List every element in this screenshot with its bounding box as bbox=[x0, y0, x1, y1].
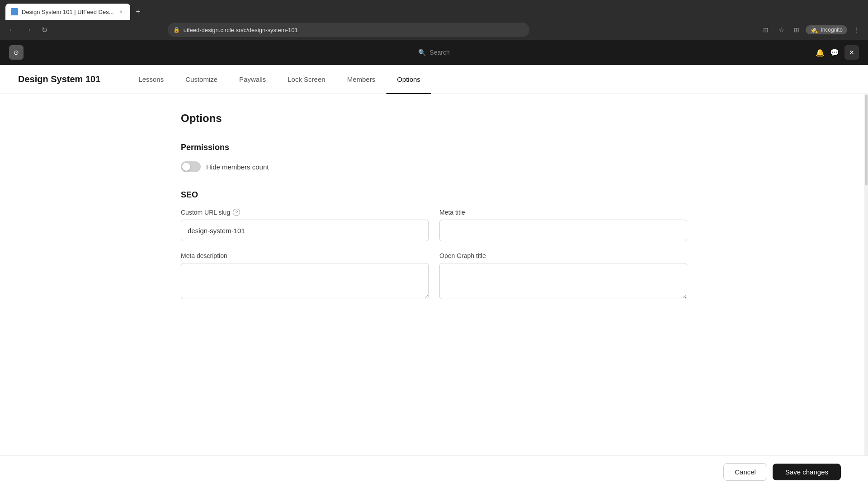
app-header-bar: ⊙ 🔍 Search 🔔 💬 ✕ bbox=[0, 40, 868, 65]
logo-icon: ⊙ bbox=[14, 49, 19, 56]
incognito-badge[interactable]: 🕵 Incognito bbox=[806, 25, 847, 34]
og-title-input[interactable] bbox=[439, 263, 687, 299]
browser-actions: ⊡ ☆ ⊞ 🕵 Incognito ⋮ bbox=[760, 23, 863, 36]
nav-tabs: Lessons Customize Paywalls Lock Screen M… bbox=[127, 65, 431, 94]
course-title: Design System 101 bbox=[18, 74, 100, 84]
search-placeholder: Search bbox=[429, 49, 449, 56]
search-icon: 🔍 bbox=[418, 49, 426, 56]
bell-icon[interactable]: 🔔 bbox=[816, 48, 825, 57]
new-tab-button[interactable]: + bbox=[132, 5, 145, 18]
browser-tab[interactable]: Design System 101 | UIFeed Des... × bbox=[5, 4, 130, 20]
hide-members-toggle[interactable] bbox=[181, 161, 201, 172]
address-text: uifeed-design.circle.so/c/design-system-… bbox=[184, 27, 298, 33]
tab-lessons[interactable]: Lessons bbox=[127, 65, 175, 94]
tab-customize[interactable]: Customize bbox=[175, 65, 228, 94]
toggle-thumb bbox=[182, 163, 190, 171]
refresh-button[interactable]: ↻ bbox=[38, 23, 51, 36]
lock-icon: 🔒 bbox=[173, 27, 180, 33]
permissions-heading: Permissions bbox=[181, 143, 687, 152]
url-slug-input[interactable] bbox=[181, 220, 429, 241]
bookmark-icon[interactable]: ☆ bbox=[775, 23, 788, 36]
url-slug-group: Custom URL slug ? bbox=[181, 209, 429, 241]
options-heading: Options bbox=[181, 112, 687, 125]
profile-icon[interactable]: ⊞ bbox=[790, 23, 803, 36]
meta-title-group: Meta title bbox=[439, 209, 687, 241]
cast-icon[interactable]: ⊡ bbox=[760, 23, 772, 36]
meta-title-label: Meta title bbox=[439, 209, 687, 216]
tab-title: Design System 101 | UIFeed Des... bbox=[22, 9, 114, 15]
scroll-thumb bbox=[865, 95, 868, 185]
toggle-label: Hide members count bbox=[206, 163, 269, 171]
address-bar[interactable]: 🔒 uifeed-design.circle.so/c/design-syste… bbox=[168, 23, 529, 37]
seo-heading: SEO bbox=[181, 190, 687, 200]
meta-description-label: Meta description bbox=[181, 252, 429, 259]
options-section: Options bbox=[181, 112, 687, 125]
cancel-button[interactable]: Cancel bbox=[723, 463, 767, 481]
scroll-indicator[interactable] bbox=[864, 94, 868, 488]
meta-description-group: Meta description bbox=[181, 252, 429, 299]
course-nav: Design System 101 Lessons Customize Payw… bbox=[0, 65, 868, 94]
forward-button[interactable]: → bbox=[22, 23, 34, 36]
close-panel-button[interactable]: ✕ bbox=[844, 45, 859, 60]
tab-close-button[interactable]: × bbox=[118, 8, 125, 15]
incognito-label: Incognito bbox=[821, 27, 843, 33]
url-slug-label: Custom URL slug ? bbox=[181, 209, 429, 216]
app-logo[interactable]: ⊙ bbox=[9, 45, 24, 60]
hide-members-toggle-row: Hide members count bbox=[181, 161, 687, 172]
seo-section: SEO Custom URL slug ? Meta title bbox=[181, 190, 687, 299]
url-slug-info-icon[interactable]: ? bbox=[233, 209, 240, 216]
meta-description-input[interactable] bbox=[181, 263, 429, 299]
save-changes-button[interactable]: Save changes bbox=[773, 464, 841, 480]
tab-paywalls[interactable]: Paywalls bbox=[228, 65, 277, 94]
seo-form-grid: Custom URL slug ? Meta title Meta descri… bbox=[181, 209, 687, 299]
main-wrapper: Design System 101 Lessons Customize Payw… bbox=[0, 65, 868, 488]
og-title-group: Open Graph title bbox=[439, 252, 687, 299]
content-inner: Options Permissions Hide members count S… bbox=[163, 112, 705, 299]
browser-chrome: Design System 101 | UIFeed Des... × + ← … bbox=[0, 0, 868, 40]
content-area: Options Permissions Hide members count S… bbox=[0, 94, 868, 488]
tab-bar: Design System 101 | UIFeed Des... × + bbox=[0, 0, 868, 20]
tab-lock-screen[interactable]: Lock Screen bbox=[277, 65, 336, 94]
menu-icon[interactable]: ⋮ bbox=[850, 23, 863, 36]
og-title-label: Open Graph title bbox=[439, 252, 687, 259]
incognito-avatar: 🕵 bbox=[810, 26, 818, 33]
permissions-section: Permissions Hide members count bbox=[181, 143, 687, 172]
chat-icon[interactable]: 💬 bbox=[830, 48, 839, 57]
tab-favicon bbox=[11, 8, 18, 15]
address-bar-row: ← → ↻ 🔒 uifeed-design.circle.so/c/design… bbox=[0, 20, 868, 40]
search-bar[interactable]: 🔍 Search bbox=[418, 49, 449, 56]
tab-options[interactable]: Options bbox=[386, 65, 431, 94]
back-button[interactable]: ← bbox=[5, 23, 18, 36]
bottom-bar: Cancel Save changes bbox=[0, 455, 868, 488]
header-right: 🔔 💬 ✕ bbox=[816, 45, 859, 60]
meta-title-input[interactable] bbox=[439, 220, 687, 241]
tab-members[interactable]: Members bbox=[336, 65, 387, 94]
toggle-track bbox=[181, 161, 201, 172]
